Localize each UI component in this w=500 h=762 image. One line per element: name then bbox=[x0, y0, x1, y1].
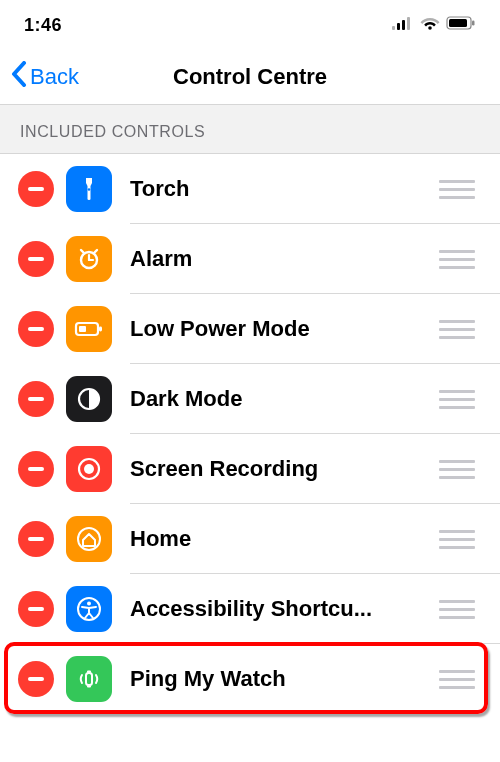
minus-icon bbox=[28, 607, 44, 611]
accessibility-icon bbox=[66, 586, 112, 632]
reorder-handle[interactable] bbox=[434, 460, 480, 479]
svg-rect-6 bbox=[449, 19, 467, 27]
remove-button[interactable] bbox=[18, 311, 54, 347]
svg-rect-16 bbox=[99, 327, 102, 332]
control-row: Dark Mode bbox=[0, 364, 500, 434]
minus-icon bbox=[28, 327, 44, 331]
alarm-icon bbox=[66, 236, 112, 282]
minus-icon bbox=[28, 677, 44, 681]
darkmode-icon bbox=[66, 376, 112, 422]
svg-rect-0 bbox=[392, 26, 395, 30]
control-row: Torch bbox=[0, 154, 500, 224]
remove-button[interactable] bbox=[18, 171, 54, 207]
remove-button[interactable] bbox=[18, 241, 54, 277]
svg-point-22 bbox=[87, 602, 91, 606]
control-row: Low Power Mode bbox=[0, 294, 500, 364]
control-row: Accessibility Shortcu... bbox=[0, 574, 500, 644]
control-label: Alarm bbox=[130, 246, 434, 272]
control-label: Home bbox=[130, 526, 434, 552]
reorder-handle[interactable] bbox=[434, 670, 480, 689]
back-button[interactable]: Back bbox=[10, 61, 79, 93]
control-label: Ping My Watch bbox=[130, 666, 434, 692]
svg-rect-2 bbox=[402, 20, 405, 30]
status-indicators bbox=[392, 16, 476, 34]
torch-icon bbox=[66, 166, 112, 212]
reorder-handle[interactable] bbox=[434, 530, 480, 549]
svg-rect-3 bbox=[407, 17, 410, 30]
wifi-icon bbox=[420, 16, 440, 34]
remove-button[interactable] bbox=[18, 521, 54, 557]
svg-line-13 bbox=[94, 250, 97, 253]
minus-icon bbox=[28, 187, 44, 191]
minus-icon bbox=[28, 397, 44, 401]
cellular-icon bbox=[392, 16, 414, 34]
home-icon bbox=[66, 516, 112, 562]
svg-line-12 bbox=[81, 250, 84, 253]
battery-icon bbox=[66, 306, 112, 352]
minus-icon bbox=[28, 257, 44, 261]
svg-rect-24 bbox=[87, 671, 91, 674]
reorder-handle[interactable] bbox=[434, 390, 480, 409]
status-time: 1:46 bbox=[24, 15, 62, 36]
nav-bar: Back Control Centre bbox=[0, 50, 500, 104]
reorder-handle[interactable] bbox=[434, 180, 480, 199]
svg-rect-15 bbox=[79, 326, 86, 332]
svg-rect-23 bbox=[86, 673, 92, 685]
control-row: Ping My Watch bbox=[0, 644, 500, 714]
control-label: Low Power Mode bbox=[130, 316, 434, 342]
control-row: Alarm bbox=[0, 224, 500, 294]
control-row: Home bbox=[0, 504, 500, 574]
battery-icon bbox=[446, 16, 476, 34]
svg-point-19 bbox=[84, 464, 94, 474]
section-header: INCLUDED CONTROLS bbox=[0, 104, 500, 154]
control-row: Screen Recording bbox=[0, 434, 500, 504]
svg-rect-25 bbox=[87, 685, 91, 688]
reorder-handle[interactable] bbox=[434, 600, 480, 619]
reorder-handle[interactable] bbox=[434, 320, 480, 339]
record-icon bbox=[66, 446, 112, 492]
control-label: Torch bbox=[130, 176, 434, 202]
back-label: Back bbox=[30, 64, 79, 90]
control-label: Accessibility Shortcu... bbox=[130, 596, 434, 622]
control-label: Dark Mode bbox=[130, 386, 434, 412]
svg-rect-1 bbox=[397, 23, 400, 30]
status-bar: 1:46 bbox=[0, 0, 500, 50]
remove-button[interactable] bbox=[18, 591, 54, 627]
remove-button[interactable] bbox=[18, 451, 54, 487]
remove-button[interactable] bbox=[18, 381, 54, 417]
chevron-left-icon bbox=[10, 61, 28, 93]
svg-point-8 bbox=[88, 188, 91, 191]
svg-point-4 bbox=[428, 26, 432, 30]
controls-list: TorchAlarmLow Power ModeDark ModeScreen … bbox=[0, 154, 500, 714]
remove-button[interactable] bbox=[18, 661, 54, 697]
svg-rect-7 bbox=[472, 21, 475, 26]
minus-icon bbox=[28, 467, 44, 471]
control-label: Screen Recording bbox=[130, 456, 434, 482]
reorder-handle[interactable] bbox=[434, 250, 480, 269]
ping-icon bbox=[66, 656, 112, 702]
minus-icon bbox=[28, 537, 44, 541]
